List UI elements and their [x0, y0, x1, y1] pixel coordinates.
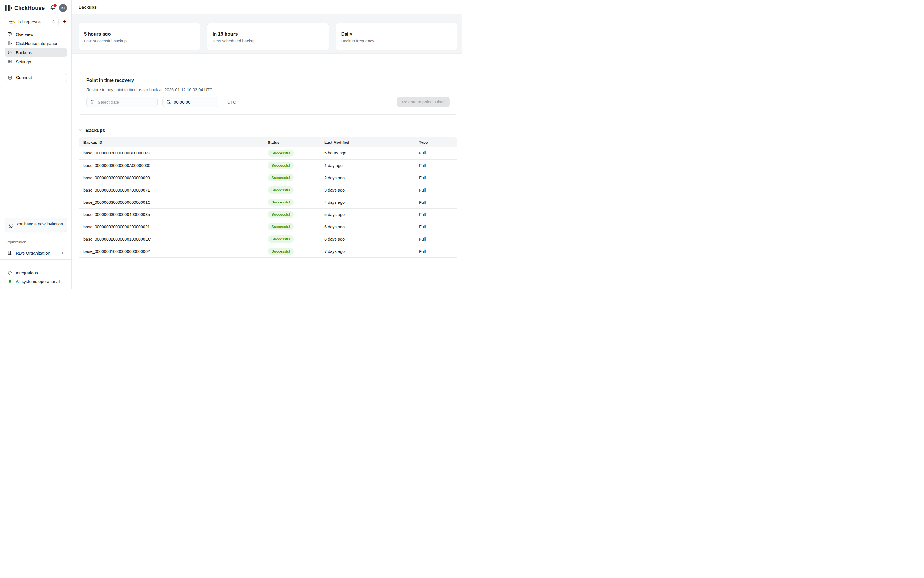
backups-section-title: Backups	[86, 128, 105, 133]
invitation-banner[interactable]: You have a new invitation	[5, 218, 67, 232]
table-row[interactable]: base_000000030000000A00000000 Successful…	[79, 159, 458, 172]
date-input[interactable]: Select date	[86, 97, 157, 107]
sidebar-item-label: Settings	[16, 59, 31, 64]
system-status-link[interactable]: All systems operational	[5, 277, 67, 286]
card-value: 5 hours ago	[84, 31, 195, 37]
avatar[interactable]: KI	[59, 4, 67, 12]
invitation-text: You have a new invitation	[16, 221, 63, 227]
card-value: In 19 hours	[212, 31, 323, 37]
integrations-link[interactable]: Integrations	[5, 268, 67, 277]
sidebar-item-settings[interactable]: Settings	[5, 57, 67, 66]
card-next-scheduled-backup: In 19 hours Next scheduled backup	[207, 23, 329, 50]
status-badge: Successful	[268, 162, 294, 169]
puzzle-icon	[7, 271, 12, 275]
sliders-icon	[7, 59, 12, 64]
restore-to-point-in-time-button[interactable]: Restore to point in time	[397, 97, 450, 107]
integrations-label: Integrations	[16, 271, 38, 275]
card-label: Next scheduled backup	[212, 39, 323, 43]
clickhouse-bars-icon	[7, 41, 12, 45]
backup-type: Full	[419, 196, 458, 208]
backups-table: Backup ID Status Last Modified Type base…	[79, 137, 458, 258]
card-label: Backup frequency	[341, 39, 452, 43]
last-modified: 3 days ago	[324, 184, 419, 196]
clickhouse-logo-icon	[5, 5, 12, 11]
alarm-snooze-icon	[8, 224, 13, 229]
backup-type: Full	[419, 147, 458, 159]
table-row[interactable]: base_000000030000000200000021 Successful…	[79, 221, 458, 233]
presentation-icon	[7, 32, 12, 36]
service-selector[interactable]: aws billing-tests-...	[4, 17, 59, 26]
backups-section-heading: Backups	[79, 123, 458, 137]
notifications-button[interactable]	[50, 5, 56, 11]
status-badge: Successful	[268, 174, 294, 181]
service-name: billing-tests-...	[18, 19, 52, 24]
table-row[interactable]: base_000000030000000800000093 Successful…	[79, 172, 458, 184]
organization-switcher[interactable]: RD's Organization	[5, 248, 67, 257]
status-badge: Successful	[268, 211, 294, 218]
backup-id: base_000000010000000000000002	[79, 245, 268, 257]
summary-band: 5 hours ago Last successful backup In 19…	[72, 14, 462, 54]
table-row[interactable]: base_00000003000000060000001C Successful…	[79, 196, 458, 208]
card-value: Daily	[341, 31, 452, 37]
backup-id: base_000000030000000200000021	[79, 221, 268, 233]
table-row[interactable]: base_0000000200000001000000EC Successful…	[79, 233, 458, 245]
backup-id: base_00000003000000060000001C	[79, 196, 268, 208]
backup-id: base_000000030000000800000093	[79, 172, 268, 184]
backup-type: Full	[419, 172, 458, 184]
column-status: Status	[268, 137, 324, 147]
status-badge: Successful	[268, 149, 294, 157]
time-value: 00:00:00	[174, 100, 190, 105]
last-modified: 5 days ago	[324, 208, 419, 221]
sidebar-item-clickhouse-integration[interactable]: ClickHouse integration	[5, 39, 67, 48]
calendar-icon	[90, 100, 95, 105]
column-type: Type	[419, 137, 458, 147]
chevron-right-icon	[60, 251, 64, 255]
table-row[interactable]: base_000000010000000000000002 Successful…	[79, 245, 458, 257]
main-area: Backups 5 hours ago Last successful back…	[72, 0, 462, 289]
backup-type: Full	[419, 221, 458, 233]
status-badge: Successful	[268, 235, 294, 242]
sidebar-item-label: Overview	[16, 32, 34, 37]
table-row[interactable]: base_000000030000000B00000072 Successful…	[79, 147, 458, 159]
time-input[interactable]: 00:00:00	[162, 97, 218, 107]
column-backup-id: Backup ID	[79, 137, 268, 147]
chevron-up-down-icon	[52, 19, 55, 24]
backup-type: Full	[419, 159, 458, 172]
page-title: Backups	[79, 5, 97, 10]
history-restore-icon	[7, 50, 12, 55]
notification-dot	[54, 4, 57, 7]
table-header-row: Backup ID Status Last Modified Type	[79, 137, 458, 147]
page-header: Backups	[72, 0, 462, 14]
date-placeholder: Select date	[98, 100, 119, 105]
table-row[interactable]: base_000000030000000700000071 Successful…	[79, 184, 458, 196]
connect-label: Connect	[16, 75, 32, 80]
sidebar-nav: Overview ClickHouse integration Backups	[0, 30, 71, 67]
last-modified: 1 day ago	[324, 159, 419, 172]
backup-type: Full	[419, 208, 458, 221]
brand-name: ClickHouse	[14, 5, 45, 11]
connect-wifi-icon	[8, 75, 12, 80]
aws-icon: aws	[8, 19, 15, 24]
connect-button[interactable]: Connect	[5, 73, 67, 82]
sidebar-item-overview[interactable]: Overview	[5, 30, 67, 39]
card-label: Last successful backup	[84, 39, 195, 43]
backup-id: base_000000030000000B00000072	[79, 147, 268, 159]
table-row[interactable]: base_000000030000000400000035 Successful…	[79, 208, 458, 221]
backup-type: Full	[419, 233, 458, 245]
column-last-modified: Last Modified	[324, 137, 419, 147]
sidebar-header: ClickHouse KI	[0, 0, 71, 12]
backup-type: Full	[419, 184, 458, 196]
add-service-button[interactable]: +	[61, 18, 68, 25]
sidebar-footer: Integrations All systems operational	[0, 259, 71, 289]
timezone-label: UTC	[227, 100, 236, 105]
last-modified: 5 hours ago	[324, 147, 419, 159]
card-backup-frequency: Daily Backup frequency	[336, 23, 458, 50]
organization-label: Organization	[5, 240, 67, 244]
service-selector-row: aws billing-tests-... +	[4, 17, 68, 26]
last-modified: 6 days ago	[324, 233, 419, 245]
backup-type: Full	[419, 245, 458, 257]
page-content: Point in time recovery Restore to any po…	[72, 54, 462, 289]
last-modified: 4 days ago	[324, 196, 419, 208]
sidebar-item-backups[interactable]: Backups	[5, 48, 67, 57]
chevron-down-icon[interactable]	[79, 128, 83, 132]
